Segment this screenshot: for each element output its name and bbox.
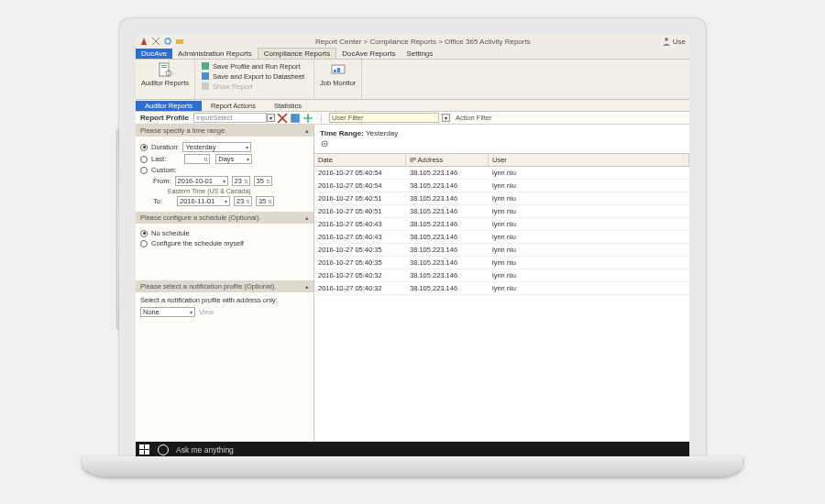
svg-rect-13 (291, 114, 300, 123)
last-value-stepper[interactable] (184, 154, 210, 164)
cell-user: lynn niu (489, 257, 689, 268)
job-monitor-label: Job Monitor (320, 79, 356, 87)
breadcrumb: Report Center > Compliance Reports > Off… (184, 38, 662, 46)
section-schedule-header[interactable]: Please configure a schedule (Optional). … (136, 212, 314, 224)
user-badge[interactable]: Use (662, 37, 686, 46)
action-filter-label[interactable]: Action Filter (456, 114, 492, 122)
table-row[interactable]: 2016-10-27 05:40:4338.105.223.146lynn ni… (314, 218, 689, 231)
cell-user: lynn niu (489, 205, 689, 217)
radio-configure-schedule[interactable] (140, 240, 148, 247)
cell-ip: 38.105.223.146 (406, 244, 489, 256)
tab-docave-reports[interactable]: DocAve Reports (336, 49, 401, 59)
notification-profile-select[interactable]: None▾ (140, 307, 195, 317)
cell-date: 2016-10-27 05:40:54 (314, 180, 406, 192)
from-minute-stepper[interactable]: 35 (254, 176, 272, 186)
delete-profile-icon[interactable] (277, 113, 288, 124)
tab-compliance-reports[interactable]: Compliance Reports (258, 48, 336, 59)
collapse-icon: ▴ (305, 283, 309, 290)
laptop-base (82, 456, 742, 477)
cell-ip: 38.105.223.146 (406, 192, 489, 204)
from-date-picker[interactable]: 2016-10-01▾ (175, 176, 228, 186)
collapse-icon: ▴ (305, 214, 309, 222)
cell-ip: 38.105.223.146 (406, 180, 489, 192)
left-pane: Please specify a time range. ▴ Duration:… (136, 125, 314, 442)
column-date[interactable]: Date (314, 154, 406, 166)
search-placeholder[interactable]: Ask me anything (176, 445, 234, 455)
table-row[interactable]: 2016-10-27 05:40:5138.105.223.146lynn ni… (314, 205, 689, 218)
tab-docave[interactable]: DocAve (136, 49, 172, 59)
show-report-button: Show Report (201, 82, 304, 91)
column-user[interactable]: User (489, 154, 689, 166)
cell-user: lynn niu (489, 231, 689, 243)
divider (321, 114, 322, 123)
cell-user: lynn niu (489, 269, 689, 281)
radio-last[interactable] (140, 156, 148, 163)
table-row[interactable]: 2016-10-27 05:40:5438.105.223.146lynn ni… (314, 180, 689, 192)
save-profile-icon[interactable] (290, 113, 301, 124)
subtab-auditor-reports[interactable]: Auditor Reports (136, 101, 202, 111)
svg-rect-1 (176, 39, 183, 44)
profile-dropdown-icon[interactable]: ▾ (267, 114, 275, 122)
svg-rect-9 (202, 82, 209, 90)
user-label: Use (673, 38, 686, 46)
svg-rect-8 (202, 72, 209, 80)
user-filter-dropdown-icon[interactable]: ▾ (442, 114, 450, 122)
radio-custom[interactable] (140, 167, 148, 174)
table-row[interactable]: 2016-10-27 05:40:3238.105.223.146lynn ni… (314, 269, 689, 282)
folder-icon[interactable] (175, 37, 184, 46)
duration-select[interactable]: Yesterday▾ (182, 142, 251, 152)
radio-no-schedule[interactable] (140, 230, 148, 237)
to-date-picker[interactable]: 2016-11-01▾ (177, 196, 230, 206)
section-time-range-header[interactable]: Please specify a time range. ▴ (136, 125, 314, 137)
table-row[interactable]: 2016-10-27 05:40:4338.105.223.146lynn ni… (314, 231, 689, 244)
table-row[interactable]: 2016-10-27 05:40:3538.105.223.146lynn ni… (314, 257, 689, 269)
refresh-icon[interactable] (163, 37, 172, 46)
svg-point-0 (165, 38, 170, 44)
grid-settings-icon[interactable] (320, 139, 329, 148)
column-ip[interactable]: IP Address (406, 154, 489, 166)
job-monitor-button[interactable]: Job Monitor (320, 61, 356, 87)
cut-icon[interactable] (151, 37, 160, 46)
cell-ip: 38.105.223.146 (406, 282, 489, 294)
cell-date: 2016-10-27 05:40:51 (314, 205, 406, 217)
to-minute-stepper[interactable]: 35 (256, 196, 274, 206)
table-row[interactable]: 2016-10-27 05:40:3238.105.223.146lynn ni… (314, 282, 689, 295)
cell-date: 2016-10-27 05:40:32 (314, 282, 406, 294)
cell-date: 2016-10-27 05:40:32 (314, 269, 406, 281)
subtab-report-actions[interactable]: Report Actions (202, 101, 265, 111)
start-button-icon[interactable] (139, 444, 150, 455)
save-export-datasheet-button[interactable]: Save and Export to Datasheet (201, 71, 304, 81)
subtab-statistics[interactable]: Statistics (265, 101, 311, 111)
table-row[interactable]: 2016-10-27 05:40:5138.105.223.146lynn ni… (314, 192, 689, 205)
cell-date: 2016-10-27 05:40:43 (314, 218, 406, 230)
from-hour-stepper[interactable]: 23 (232, 176, 250, 186)
save-profile-run-button[interactable]: Save Profile and Run Report (201, 61, 304, 71)
profile-bar: Report Profile Input/Select ▾ User Filte… (136, 112, 689, 125)
table-row[interactable]: 2016-10-27 05:40:5438.105.223.146lynn ni… (314, 167, 689, 180)
svg-rect-16 (139, 444, 144, 449)
radio-duration[interactable] (140, 144, 148, 151)
svg-point-15 (324, 143, 325, 145)
cell-ip: 38.105.223.146 (406, 269, 489, 281)
last-unit-select[interactable]: Days▾ (215, 154, 252, 164)
table-row[interactable]: 2016-10-27 05:40:3538.105.223.146lynn ni… (314, 244, 689, 257)
report-profile-select[interactable]: Input/Select (193, 113, 267, 123)
tab-admin-reports[interactable]: Administration Reports (172, 49, 258, 59)
tab-settings[interactable]: Settings (401, 49, 438, 59)
auditor-reports-button[interactable]: Auditor Reports (141, 61, 189, 87)
add-profile-icon[interactable] (302, 113, 314, 124)
time-range-value: Yesterday (366, 129, 398, 137)
title-bar: Report Center > Compliance Reports > Off… (136, 35, 689, 48)
cell-user: lynn niu (489, 167, 689, 179)
cell-ip: 38.105.223.146 (406, 205, 489, 217)
user-filter-field[interactable]: User Filter (329, 113, 439, 123)
cell-date: 2016-10-27 05:40:35 (314, 257, 406, 268)
cortana-icon[interactable] (158, 444, 169, 455)
section-notification-header[interactable]: Please select a notification profile (Op… (136, 280, 314, 292)
results-grid: Date IP Address User 2016-10-27 05:40:54… (314, 153, 689, 295)
svg-rect-19 (145, 450, 149, 455)
cell-date: 2016-10-27 05:40:51 (314, 192, 406, 204)
view-link[interactable]: View (199, 308, 214, 316)
to-hour-stepper[interactable]: 23 (234, 196, 252, 206)
cell-user: lynn niu (489, 192, 689, 204)
